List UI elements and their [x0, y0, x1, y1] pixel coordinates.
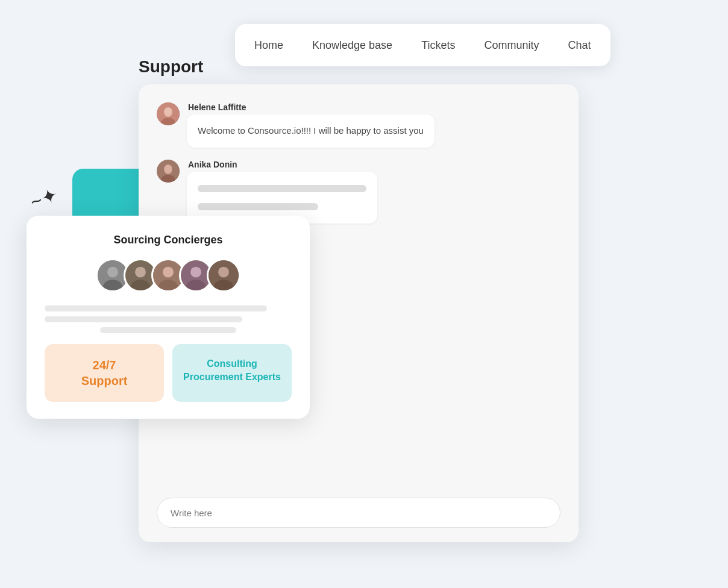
svg-point-13	[107, 267, 118, 278]
page-title: Support	[139, 57, 203, 77]
message-bubble: Welcome to Consource.io!!!! I will be ha…	[187, 114, 435, 148]
message-content: Helene Laffitte Welcome to Consource.io!…	[187, 102, 435, 148]
skeleton-bar	[198, 203, 318, 210]
skeleton-bar	[100, 327, 236, 333]
skeleton-bar	[198, 185, 366, 192]
support-button-label: 24/7 Support	[54, 357, 154, 389]
nav-bar: Home Knowledge base Tickets Community Ch…	[235, 24, 610, 66]
svg-point-22	[190, 267, 201, 278]
consulting-line2: Procurement Experts	[183, 372, 281, 382]
support-line2: Support	[81, 374, 128, 387]
svg-point-25	[218, 267, 229, 278]
concierge-title: Sourcing Concierges	[45, 234, 292, 246]
support-line1: 24/7	[93, 358, 116, 372]
support-24-7-button[interactable]: 24/7 Support	[45, 344, 164, 402]
svg-point-7	[165, 165, 172, 172]
message-text: Welcome to Consource.io!!!! I will be ha…	[198, 125, 424, 136]
concierge-card: Sourcing Concierges	[27, 216, 310, 419]
svg-point-19	[163, 267, 174, 278]
sender-name: Helene Laffitte	[188, 102, 435, 112]
avatar	[157, 160, 180, 183]
skeleton-bar	[45, 316, 242, 322]
message-row: Helene Laffitte Welcome to Consource.io!…	[157, 102, 560, 148]
nav-chat[interactable]: Chat	[555, 33, 604, 58]
chat-input-row	[139, 488, 579, 542]
concierge-skeleton	[45, 305, 292, 333]
svg-point-16	[135, 267, 146, 278]
consulting-button[interactable]: Consulting Procurement Experts	[172, 344, 292, 402]
concierge-buttons: 24/7 Support Consulting Procurement Expe…	[45, 344, 292, 402]
message-row: Anika Donin	[157, 160, 560, 224]
skeleton-bar	[45, 305, 267, 311]
sender-name: Anika Donin	[188, 160, 377, 169]
chat-input[interactable]	[157, 498, 560, 528]
concierge-avatar-5	[207, 258, 240, 292]
nav-home[interactable]: Home	[241, 33, 297, 58]
consulting-line1: Consulting	[207, 358, 257, 369]
avatar	[157, 102, 180, 125]
nav-knowledge-base[interactable]: Knowledge base	[299, 33, 406, 58]
svg-point-3	[165, 108, 172, 115]
message-content: Anika Donin	[187, 160, 377, 224]
nav-community[interactable]: Community	[471, 33, 552, 58]
consulting-button-label: Consulting Procurement Experts	[182, 357, 282, 384]
concierge-avatars	[45, 258, 292, 292]
skeleton-lines	[198, 181, 366, 214]
squiggle-decoration: ~✦	[27, 183, 61, 213]
nav-tickets[interactable]: Tickets	[408, 33, 468, 58]
